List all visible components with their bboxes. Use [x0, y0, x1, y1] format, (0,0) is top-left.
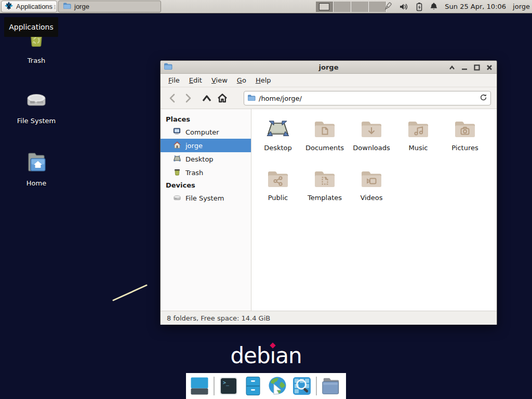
user-indicator[interactable]: jorge [513, 3, 530, 10]
trash-icon [173, 168, 181, 178]
hard-drive-icon [24, 87, 49, 114]
workspace-3[interactable] [351, 2, 369, 12]
sidebar-item-label: Desktop [185, 155, 214, 163]
up-button[interactable] [199, 90, 215, 106]
paint-stroke [111, 283, 150, 303]
forward-button[interactable] [180, 90, 196, 106]
folder-item-label: Desktop [264, 144, 292, 152]
menu-file[interactable]: File [164, 74, 184, 86]
close-button[interactable] [485, 63, 494, 72]
application-finder-icon[interactable] [291, 376, 312, 396]
terminal-icon[interactable]: >_ [218, 376, 239, 396]
videos-folder-icon [359, 166, 384, 191]
dock-separator [214, 377, 215, 395]
menu-go[interactable]: Go [232, 74, 251, 86]
file-folder-icon[interactable] [321, 376, 341, 396]
folder-item-label: Videos [360, 194, 382, 202]
file-cabinet-icon[interactable] [243, 376, 263, 396]
folder-item-label: Music [409, 144, 428, 152]
folder-item-pictures[interactable]: Pictures [442, 116, 488, 166]
statusbar-text: 8 folders, Free space: 14.4 GiB [167, 314, 270, 322]
dock-separator [316, 377, 317, 395]
window-title: jorge [161, 63, 497, 71]
pictures-folder-icon [453, 116, 477, 141]
folder-item-label: Templates [308, 194, 342, 202]
sidebar-item-label: Computer [185, 128, 219, 136]
workspace-2[interactable] [334, 2, 351, 12]
workspace-1[interactable] [316, 2, 334, 12]
toolbar: /home/jorge/ [161, 87, 497, 109]
applications-tooltip: Applications [4, 17, 58, 37]
taskbar-window-label: jorge [74, 3, 89, 10]
templates-folder-icon [312, 166, 337, 191]
sidebar-header-devices: Devices [161, 179, 251, 191]
reload-icon[interactable] [480, 94, 487, 103]
documents-folder-icon [312, 116, 337, 141]
home-folder-icon [24, 150, 49, 177]
clock[interactable]: Sun 25 Apr, 10:06 [445, 3, 506, 10]
path-text[interactable]: /home/jorge/ [259, 95, 476, 102]
sidebar-item-trash[interactable]: Trash [161, 166, 251, 179]
music-folder-icon [406, 116, 431, 141]
taskbar-window-button[interactable]: jorge [58, 1, 161, 12]
folder-item-templates[interactable]: Templates [301, 166, 348, 216]
applications-menu-button[interactable]: Applications [1, 1, 57, 12]
desktop-icon [173, 154, 181, 164]
workspace-window-thumb [319, 3, 329, 10]
menu-help[interactable]: Help [251, 74, 276, 86]
back-button[interactable] [165, 90, 180, 106]
folder-item-label: Public [268, 194, 288, 202]
menubar: File Edit View Go Help [161, 74, 497, 87]
desktop-icon-label: Trash [28, 57, 45, 64]
web-browser-icon[interactable] [267, 376, 288, 396]
desktop-special-icon [265, 116, 290, 141]
maximize-button[interactable] [473, 63, 481, 72]
top-panel: Applications jorge [0, 0, 532, 14]
folder-item-label: Downloads [353, 144, 390, 152]
folder-icon [164, 62, 172, 72]
desktop-icon-home[interactable]: Home [13, 150, 60, 187]
home-icon [173, 141, 181, 151]
panel-drag-handle[interactable] [54, 2, 57, 11]
system-tray: Sun 25 Apr, 10:06 jorge [382, 0, 530, 13]
battery-charging-icon[interactable] [416, 2, 423, 11]
volume-icon[interactable] [400, 3, 409, 11]
debian-logo: debıan [0, 343, 532, 368]
sidebar: Places Computer [161, 109, 251, 311]
folder-item-label: Documents [305, 144, 344, 152]
folder-item-downloads[interactable]: Downloads [348, 116, 395, 166]
folder-item-public[interactable]: Public [255, 166, 301, 216]
public-folder-icon [265, 166, 290, 191]
notification-bell-icon[interactable] [430, 2, 438, 11]
menu-view[interactable]: View [207, 74, 232, 86]
window-titlebar[interactable]: jorge [161, 61, 497, 74]
downloads-folder-icon [359, 116, 384, 141]
shade-button[interactable] [448, 63, 456, 72]
debian-logo-text: deb [230, 343, 270, 368]
sidebar-item-file-system[interactable]: File System [161, 191, 251, 205]
folder-view[interactable]: Desktop Documents Downloads [251, 109, 497, 311]
location-bar[interactable]: /home/jorge/ [244, 91, 491, 105]
desktop-icon-file-system[interactable]: File System [13, 87, 60, 125]
home-button[interactable] [215, 90, 230, 106]
folder-icon [247, 94, 256, 103]
sidebar-item-label: jorge [185, 142, 203, 150]
statusbar: 8 folders, Free space: 14.4 GiB [161, 311, 497, 325]
folder-item-music[interactable]: Music [395, 116, 442, 166]
computer-icon [173, 127, 181, 137]
folder-item-videos[interactable]: Videos [348, 166, 395, 216]
menu-edit[interactable]: Edit [184, 74, 207, 86]
sidebar-item-label: File System [185, 194, 224, 202]
desktop-icon-label: File System [17, 117, 56, 125]
minimize-button[interactable] [460, 63, 469, 72]
folder-item-desktop[interactable]: Desktop [255, 116, 301, 166]
sidebar-item-computer[interactable]: Computer [161, 125, 251, 139]
folder-icon [63, 2, 71, 11]
folder-item-documents[interactable]: Documents [301, 116, 348, 166]
sidebar-item-jorge[interactable]: jorge [161, 139, 251, 152]
dock: >_ [186, 373, 346, 399]
stylus-icon[interactable] [382, 2, 393, 11]
sidebar-item-desktop[interactable]: Desktop [161, 152, 251, 166]
workspace-switcher[interactable] [316, 2, 387, 12]
show-desktop-icon[interactable] [189, 376, 210, 396]
